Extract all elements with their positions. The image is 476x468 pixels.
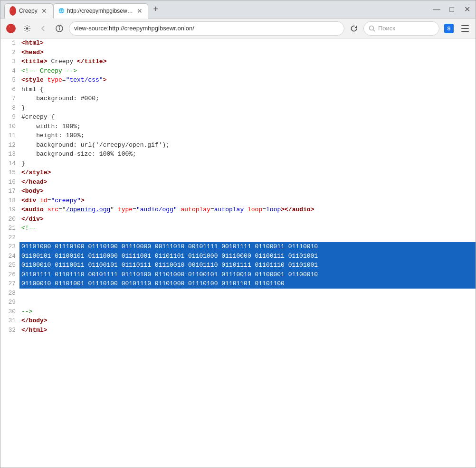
line-content: width: 100%; [19, 122, 476, 131]
line-number: 10 [0, 122, 19, 131]
creepy-favicon-icon: 🚫 [10, 6, 16, 16]
tab-favicon-url: 🌐 [58, 8, 64, 14]
line-content: </head> [19, 178, 476, 187]
address-text: view-source:http://creepymhpgibsewr.onio… [74, 25, 194, 32]
line-number: 2 [0, 48, 19, 57]
tab-favicon-creepy: 🚫 [10, 8, 16, 14]
sync-letter-icon: S [444, 24, 454, 33]
line-content: --> [19, 307, 476, 317]
line-number: 9 [0, 112, 19, 122]
table-row: 2301101000 01110100 01110100 01110000 00… [0, 242, 476, 252]
tab-title-url: http://creepymhpgibsewr.oni... [67, 8, 133, 14]
title-bar-left: 🚫 Creepy ✕ 🌐 http://creepymhpgibsewr.oni… [4, 0, 162, 19]
tab-area: 🚫 Creepy ✕ 🌐 http://creepymhpgibsewr.oni… [4, 0, 162, 19]
line-number: 20 [0, 215, 19, 224]
line-content: <head> [19, 48, 476, 57]
search-bar[interactable]: Поиск [363, 21, 439, 36]
line-content: background: url('/creepy/open.gif'); [19, 140, 476, 150]
table-row: 7 background: #000; [0, 94, 476, 103]
line-content: 01101111 01101110 00101111 01110100 0110… [19, 270, 476, 280]
tab-creepy[interactable]: 🚫 Creepy ✕ [4, 3, 53, 19]
close-button[interactable]: ✕ [462, 5, 472, 14]
table-row: 11 height: 100%; [0, 131, 476, 140]
menu-button[interactable] [458, 22, 472, 35]
table-row: 2501100010 01110011 01100101 01110111 01… [0, 261, 476, 270]
line-number: 28 [0, 289, 19, 298]
line-number: 31 [0, 316, 19, 326]
info-icon[interactable] [53, 22, 66, 35]
table-row: 16</head> [0, 178, 476, 187]
tab-close-creepy[interactable]: ✕ [40, 7, 48, 15]
maximize-button[interactable]: □ [447, 5, 457, 14]
line-number: 23 [0, 242, 19, 252]
table-row: 15</style> [0, 168, 476, 178]
search-placeholder: Поиск [378, 25, 395, 32]
line-number: 26 [0, 270, 19, 280]
table-row: 22 [0, 233, 476, 243]
line-content: 01101000 01110100 01110100 01110000 0011… [19, 242, 476, 252]
line-content: <html> [19, 38, 476, 48]
site-favicon: 🚫 [6, 24, 16, 33]
address-bar[interactable]: view-source:http://creepymhpgibsewr.onio… [69, 21, 344, 36]
title-bar: 🚫 Creepy ✕ 🌐 http://creepymhpgibsewr.oni… [0, 0, 476, 19]
table-row: 21<!-- [0, 224, 476, 233]
tab-url[interactable]: 🌐 http://creepymhpgibsewr.oni... ✕ [53, 3, 148, 19]
line-number: 32 [0, 326, 19, 335]
line-number: 17 [0, 187, 19, 196]
table-row: 2401100101 01100101 01110000 01111001 01… [0, 252, 476, 261]
line-content: <body> [19, 187, 476, 196]
line-number: 22 [0, 233, 19, 243]
back-button[interactable] [37, 22, 50, 35]
svg-point-4 [370, 26, 374, 30]
line-content: <audio src="/opening.ogg" type="audio/og… [19, 205, 476, 215]
line-number: 24 [0, 252, 19, 261]
audio-src-link[interactable]: /opening.ogg [66, 206, 111, 213]
line-content: </div> [19, 215, 476, 224]
table-row: 9#creepy { [0, 112, 476, 122]
line-content: html { [19, 85, 476, 94]
table-row: 19<audio src="/opening.ogg" type="audio/… [0, 205, 476, 215]
line-content: </style> [19, 168, 476, 178]
table-row: 32</html> [0, 326, 476, 335]
minimize-button[interactable]: — [432, 5, 441, 14]
table-row: 1<html> [0, 38, 476, 48]
table-row: 14} [0, 159, 476, 168]
block-icon: 🚫 [4, 22, 18, 35]
window-controls: — □ ✕ [432, 5, 472, 14]
table-row: 12 background: url('/creepy/open.gif'); [0, 140, 476, 150]
tab-close-url[interactable]: ✕ [136, 7, 143, 15]
table-row: 10 width: 100%; [0, 122, 476, 131]
line-content: } [19, 103, 476, 113]
navigation-bar: 🚫 view-source:http://creepymhpgibsewr [0, 19, 476, 38]
table-row: 3<title> Creepy </title> [0, 57, 476, 66]
svg-point-3 [59, 26, 60, 27]
refresh-button[interactable] [347, 22, 361, 35]
line-number: 11 [0, 131, 19, 140]
line-number: 30 [0, 307, 19, 317]
svg-rect-6 [461, 25, 469, 26]
line-number: 3 [0, 57, 19, 66]
line-content: background-size: 100% 100%; [19, 150, 476, 159]
line-content: 01100010 01110011 01100101 01110111 0111… [19, 261, 476, 270]
sync-icon[interactable]: S [442, 22, 456, 35]
new-tab-button[interactable]: + [150, 4, 162, 15]
line-content: background: #000; [19, 94, 476, 103]
line-content: <title> Creepy </title> [19, 57, 476, 66]
table-row: 6html { [0, 85, 476, 94]
table-row: 13 background-size: 100% 100%; [0, 150, 476, 159]
extensions-icon[interactable] [20, 22, 34, 35]
table-row: 8} [0, 103, 476, 113]
line-number: 16 [0, 178, 19, 187]
table-row: 28 [0, 289, 476, 298]
table-row: 29 [0, 298, 476, 307]
table-row: 2701100010 01101001 01110100 00101110 01… [0, 279, 476, 289]
line-content: </html> [19, 326, 476, 335]
line-number: 1 [0, 38, 19, 48]
line-content: </body> [19, 316, 476, 326]
code-table: 1<html>2<head>3<title> Creepy </title>4<… [0, 38, 476, 335]
table-row: 2<head> [0, 48, 476, 57]
line-number: 14 [0, 159, 19, 168]
line-content: #creepy { [19, 112, 476, 122]
line-content: 01100010 01101001 01110100 00101110 0110… [19, 279, 476, 289]
line-number: 19 [0, 205, 19, 215]
